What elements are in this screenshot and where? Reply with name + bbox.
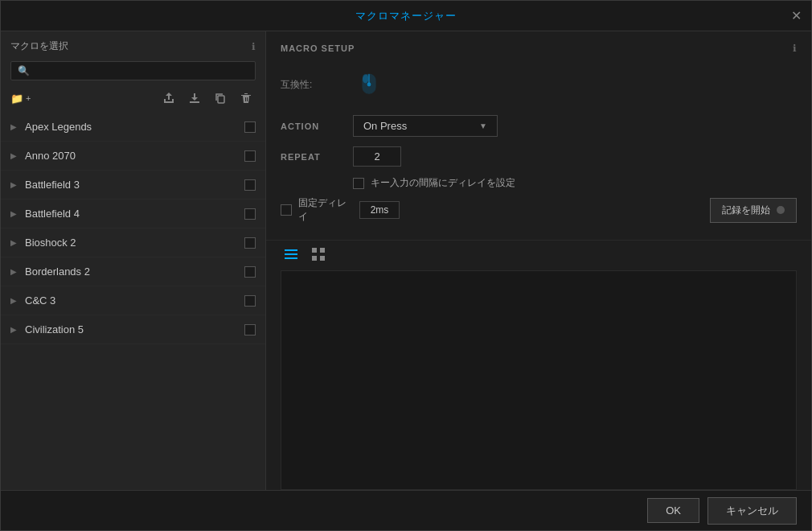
action-value: On Press (363, 120, 407, 132)
svg-point-3 (367, 83, 371, 87)
delete-icon (240, 92, 252, 105)
record-label: 記録を開始 (722, 204, 770, 217)
repeat-row: REPEAT (281, 146, 797, 167)
view-toolbar (266, 240, 811, 270)
action-label: ACTION (281, 121, 353, 131)
setup-body: 互換性: ACTION On Press (266, 62, 811, 240)
svg-rect-13 (312, 256, 317, 261)
search-bar[interactable]: 🔍 (10, 61, 256, 80)
macro-setup-title: MACRO SETUP (281, 43, 355, 53)
game-name: Battlefield 3 (25, 179, 244, 191)
copy-icon (214, 92, 227, 105)
svg-rect-11 (312, 248, 317, 253)
fixed-delay-input[interactable] (359, 201, 400, 219)
game-checkbox[interactable] (244, 324, 256, 335)
dropdown-arrow-icon: ▼ (479, 121, 487, 130)
mouse-icon-wrap (353, 68, 385, 101)
chevron-icon: ▶ (10, 180, 17, 189)
game-checkbox[interactable] (244, 266, 256, 278)
list-view-icon (284, 247, 298, 261)
ok-button[interactable]: OK (647, 498, 699, 523)
panel-title: マクロを選択 (10, 39, 68, 53)
copy-button[interactable] (211, 90, 230, 106)
left-panel: マクロを選択 ℹ 🔍 📁 + (1, 31, 266, 490)
panel-header: マクロを選択 ℹ (1, 31, 265, 58)
chevron-icon: ▶ (10, 267, 17, 276)
folder-plus-icon: + (26, 93, 31, 103)
record-button[interactable]: 記録を開始 (710, 198, 797, 223)
game-name: Bioshock 2 (25, 237, 244, 249)
grid-view-icon (311, 247, 326, 261)
game-item-bf3[interactable]: ▶ Battlefield 3 (1, 171, 265, 200)
main-content: マクロを選択 ℹ 🔍 📁 + (1, 31, 811, 490)
game-checkbox[interactable] (244, 208, 256, 220)
game-item-anno[interactable]: ▶ Anno 2070 (1, 142, 265, 171)
action-dropdown[interactable]: On Press ▼ (353, 115, 498, 137)
svg-rect-12 (320, 248, 325, 253)
chevron-icon: ▶ (10, 238, 17, 247)
compat-label: 互換性: (281, 78, 353, 92)
game-name: Apex Legends (25, 121, 244, 133)
chevron-icon: ▶ (10, 122, 17, 131)
svg-rect-14 (320, 256, 325, 261)
cancel-button[interactable]: キャンセル (707, 497, 797, 525)
repeat-label: REPEAT (281, 152, 353, 162)
game-checkbox[interactable] (244, 237, 256, 249)
macro-content-area (281, 270, 797, 490)
svg-rect-10 (285, 257, 287, 259)
game-name: C&C 3 (25, 294, 244, 307)
game-checkbox[interactable] (244, 295, 256, 307)
svg-rect-8 (285, 249, 287, 251)
game-name: Anno 2070 (25, 150, 244, 162)
svg-rect-0 (218, 96, 224, 103)
chevron-icon: ▶ (10, 325, 17, 334)
game-name: Civilization 5 (25, 323, 244, 335)
toolbar: 📁 + (1, 87, 265, 113)
game-checkbox[interactable] (244, 150, 256, 162)
dialog-title: マクロマネージャー (355, 9, 457, 23)
download-button[interactable] (185, 90, 204, 106)
svg-rect-9 (285, 253, 287, 255)
list-view-button[interactable] (281, 245, 301, 266)
repeat-input[interactable] (353, 146, 401, 167)
right-panel: MACRO SETUP ℹ 互換性: (266, 31, 811, 490)
game-item-cnc[interactable]: ▶ C&C 3 (1, 286, 265, 315)
fixed-delay-row: 固定ディレイ 記録を開始 (281, 196, 797, 224)
svg-rect-4 (363, 74, 368, 83)
chevron-icon: ▶ (10, 296, 17, 305)
delay-check-label: キー入力の間隔にディレイを設定 (371, 176, 515, 190)
game-name: Borderlands 2 (25, 266, 244, 278)
delete-button[interactable] (236, 90, 256, 106)
chevron-icon: ▶ (10, 151, 17, 160)
game-item-apex[interactable]: ▶ Apex Legends (1, 113, 265, 142)
compat-row: 互換性: (281, 68, 797, 101)
search-input[interactable] (35, 65, 248, 76)
close-button[interactable]: ✕ (791, 10, 802, 23)
action-row: ACTION On Press ▼ (281, 115, 797, 137)
download-icon (188, 92, 201, 105)
fixed-delay-label: 固定ディレイ (298, 196, 353, 224)
game-item-bioshock[interactable]: ▶ Bioshock 2 (1, 228, 265, 257)
left-info-icon[interactable]: ℹ (252, 41, 256, 52)
delay-checkbox[interactable] (353, 178, 364, 189)
game-name: Battlefield 4 (25, 208, 244, 220)
grid-view-button[interactable] (308, 245, 329, 266)
search-icon: 🔍 (18, 65, 30, 76)
game-item-civ5[interactable]: ▶ Civilization 5 (1, 315, 265, 344)
game-list: ▶ Apex Legends ▶ Anno 2070 ▶ Battlefield… (1, 113, 265, 490)
game-item-borderlands[interactable]: ▶ Borderlands 2 (1, 257, 265, 286)
dialog: マクロマネージャー ✕ マクロを選択 ℹ 🔍 📁 + (0, 0, 812, 531)
game-checkbox[interactable] (244, 179, 256, 191)
folder-icon: 📁 (10, 93, 23, 105)
new-folder-button[interactable]: 📁 + (10, 93, 31, 105)
share-button[interactable] (159, 90, 178, 106)
setup-info-icon[interactable]: ℹ (793, 43, 797, 54)
chevron-icon: ▶ (10, 209, 17, 218)
game-item-bf4[interactable]: ▶ Battlefield 4 (1, 200, 265, 228)
macro-setup-header: MACRO SETUP ℹ (266, 31, 811, 62)
delay-checkbox-row: キー入力の間隔にディレイを設定 (281, 176, 797, 190)
game-checkbox[interactable] (244, 121, 256, 133)
fixed-delay-checkbox[interactable] (281, 204, 292, 216)
bottom-bar: OK キャンセル (1, 490, 811, 530)
mouse-icon (356, 72, 382, 97)
